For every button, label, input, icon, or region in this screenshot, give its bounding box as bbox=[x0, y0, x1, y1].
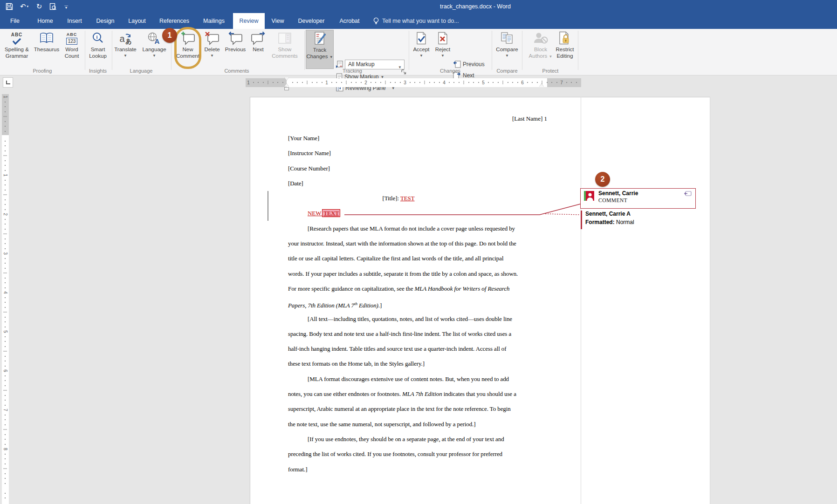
L-tab-stop-icon bbox=[6, 81, 10, 84]
ruler-mark bbox=[5, 165, 6, 166]
ruler-mark bbox=[341, 82, 342, 83]
block-authors-button[interactable]: Block Authors ▼ bbox=[527, 30, 554, 69]
ruler-mark bbox=[5, 248, 6, 249]
spelling-check-icon: ABC bbox=[2, 30, 31, 47]
ruler-mark bbox=[459, 82, 460, 83]
change-author: Sennett, Carrie A bbox=[585, 211, 631, 217]
comment-text: COMMENT bbox=[598, 198, 627, 203]
ruler-mark bbox=[508, 82, 508, 83]
delete-comment-button[interactable]: Delete ▼ bbox=[201, 30, 223, 69]
quick-access-toolbar: ↶▾ ↻ —▾ bbox=[5, 2, 71, 11]
ruler-mark bbox=[292, 82, 293, 83]
ruler-mark bbox=[385, 81, 386, 84]
translate-button[interactable]: aあ Translate ▼ bbox=[112, 30, 138, 69]
tab-references[interactable]: References bbox=[155, 13, 194, 29]
ruler-mark bbox=[5, 346, 6, 347]
ruler-mark: 4 bbox=[443, 80, 446, 85]
word-count-icon: ABC 123 bbox=[60, 30, 84, 47]
ruler-mark bbox=[273, 82, 274, 83]
reply-comment-icon[interactable] bbox=[684, 191, 692, 197]
ruler-mark bbox=[5, 278, 6, 279]
ruler-mark bbox=[375, 82, 376, 83]
doc-line-8: title or use all capital letters. Capita… bbox=[250, 251, 581, 266]
comment-card[interactable]: Sennett, Carrie COMMENT bbox=[580, 188, 696, 209]
step-1-badge: 1 bbox=[162, 28, 177, 43]
restrict-editing-button[interactable]: Restrict Editing bbox=[553, 30, 577, 69]
tell-me-box[interactable]: Tell me what you want to do... bbox=[382, 13, 459, 29]
word-count-button[interactable]: ABC 123 Word Count bbox=[60, 30, 84, 69]
hanging-indent-marker[interactable] bbox=[284, 83, 289, 87]
doc-line-15: these text formats on the Home tab, in t… bbox=[250, 356, 581, 371]
smart-lookup-button[interactable]: i Smart Lookup bbox=[84, 30, 111, 69]
step-highlight-ring bbox=[174, 27, 201, 69]
track-changes-button[interactable]: Track Changes ▼ bbox=[306, 30, 334, 69]
ruler-mark bbox=[5, 258, 6, 259]
ruler-mark bbox=[556, 82, 557, 83]
ruler-mark bbox=[5, 317, 6, 318]
redo-icon[interactable]: ↻ bbox=[34, 2, 44, 11]
previous-change-icon bbox=[453, 61, 461, 68]
tab-view[interactable]: View bbox=[267, 13, 289, 29]
tab-design[interactable]: Design bbox=[91, 13, 119, 29]
tab-layout[interactable]: Layout bbox=[123, 13, 151, 29]
svg-text:a: a bbox=[119, 34, 125, 44]
group-label-comments: Comments bbox=[224, 68, 249, 74]
first-line-indent-marker[interactable] bbox=[284, 77, 289, 81]
left-indent-marker[interactable] bbox=[284, 87, 289, 90]
ruler-mark bbox=[5, 307, 6, 308]
ruler-mark bbox=[395, 82, 396, 83]
ruler-mark bbox=[346, 81, 347, 84]
ruler-mark bbox=[5, 483, 6, 484]
accept-change-button[interactable]: Accept ▼ bbox=[410, 30, 432, 69]
next-comment-button[interactable]: Next bbox=[248, 30, 268, 69]
ruler-mark bbox=[503, 81, 503, 84]
show-comments-icon bbox=[270, 30, 300, 47]
ruler-mark: 2 bbox=[364, 80, 367, 85]
ruler-mark bbox=[527, 82, 528, 83]
previous-comment-button[interactable]: Previous bbox=[222, 30, 248, 69]
tracking-dialog-launcher-icon[interactable] bbox=[401, 69, 407, 75]
doc-line-12: [All text—including titles, quotations, … bbox=[250, 312, 581, 327]
ruler-mark bbox=[5, 473, 6, 474]
ruler-mark bbox=[5, 219, 6, 220]
compare-button[interactable]: Compare ▼ bbox=[493, 30, 521, 69]
tab-mailings[interactable]: Mailings bbox=[198, 13, 230, 29]
tab-file[interactable]: File bbox=[7, 13, 23, 29]
qat-customize-icon[interactable]: —▾ bbox=[62, 2, 71, 11]
thesaurus-button[interactable]: Thesaurus bbox=[32, 30, 62, 69]
next-comment-icon bbox=[248, 30, 268, 47]
ruler-mark bbox=[5, 415, 6, 415]
show-comments-button[interactable]: Show Comments bbox=[270, 30, 300, 69]
ruler-mark bbox=[3, 116, 7, 117]
ruler-mark bbox=[5, 287, 6, 288]
print-preview-icon[interactable] bbox=[48, 2, 57, 11]
document-body[interactable]: [Your Name][Instructor Name][Course Numb… bbox=[250, 131, 581, 477]
tab-home[interactable]: Home bbox=[33, 13, 58, 29]
ruler-mark bbox=[336, 82, 337, 83]
ruler-mark bbox=[5, 366, 6, 367]
ruler-mark bbox=[351, 82, 352, 83]
tab-insert[interactable]: Insert bbox=[62, 13, 87, 29]
chevron-down-icon: ▼ bbox=[140, 54, 169, 58]
save-icon[interactable] bbox=[5, 2, 14, 11]
spelling-grammar-button[interactable]: ABC Spelling & Grammar bbox=[2, 30, 31, 69]
group-label-insights: Insights bbox=[89, 68, 107, 74]
changed-line-bar bbox=[268, 191, 268, 221]
ruler-mark bbox=[322, 82, 322, 83]
group-divider bbox=[492, 31, 492, 70]
author-avatar-icon bbox=[584, 191, 594, 201]
tab-developer[interactable]: Developer bbox=[292, 13, 331, 29]
reject-change-button[interactable]: Reject ▼ bbox=[432, 30, 453, 69]
doc-line-14: half-inch hanging indent. Table titles a… bbox=[250, 341, 581, 356]
ruler-mark bbox=[5, 321, 6, 322]
ruler-mark bbox=[5, 209, 6, 210]
ruler-mark bbox=[5, 263, 6, 264]
ruler-mark bbox=[547, 82, 548, 83]
tab-acrobat[interactable]: Acrobat bbox=[334, 13, 365, 29]
tab-selector[interactable] bbox=[3, 77, 13, 88]
tab-review[interactable]: Review bbox=[233, 13, 265, 29]
previous-change-button[interactable]: Previous bbox=[453, 60, 485, 69]
group-label-proofing: Proofing bbox=[33, 68, 52, 74]
undo-icon[interactable]: ↶▾ bbox=[18, 2, 30, 11]
doc-line-3: [Date] bbox=[250, 176, 581, 191]
